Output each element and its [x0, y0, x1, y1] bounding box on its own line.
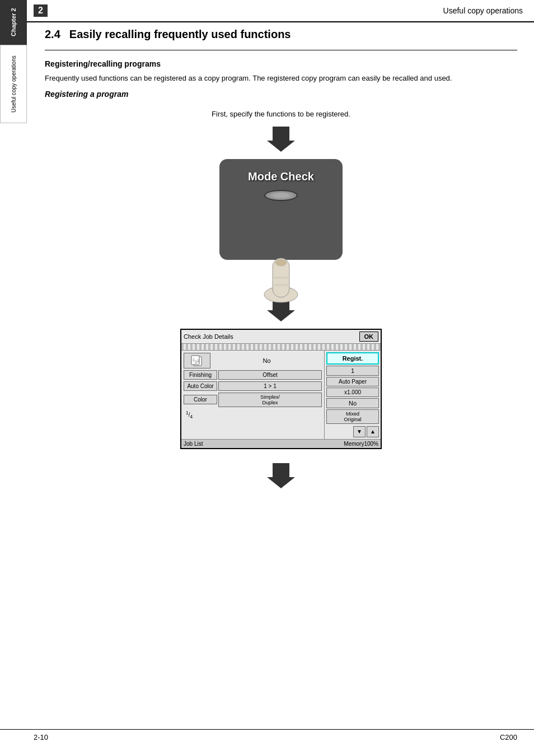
mode-check-label: Mode Check: [248, 170, 314, 183]
job-panel: Check Job Details OK: [180, 329, 382, 449]
subsection-title: Registering/recalling programs: [45, 59, 517, 68]
doc-icon-cell: 1 2 2: [184, 353, 210, 368]
auto-color-cell: Auto Color: [184, 381, 217, 391]
btn-no[interactable]: No: [326, 398, 379, 408]
section-header-title: Useful copy operations: [443, 6, 523, 15]
main-content: 2.4 Easily recalling frequently used fun…: [28, 22, 534, 512]
arrow-3: [45, 460, 517, 490]
page-footer: 2-10 C200: [0, 729, 534, 745]
simplex-cell: Simplex/Duplex: [218, 393, 322, 407]
chapter-number: 2: [34, 4, 48, 17]
job-panel-body: 1 2 2 No Finishing Offset: [181, 351, 381, 439]
btn-x1000[interactable]: x1.000: [326, 388, 379, 397]
btn-mixed-original[interactable]: MixedOriginal: [326, 409, 379, 424]
oval-indicator: [264, 190, 298, 201]
svg-marker-0: [267, 127, 295, 152]
job-panel-footer: Job List Memory100%: [181, 439, 381, 448]
job-row-5: 1/4: [184, 409, 322, 421]
body-text: Frequently used functions can be registe…: [45, 73, 517, 84]
color-cell: Color: [184, 395, 217, 404]
no-label: No: [212, 356, 322, 365]
svg-marker-12: [267, 463, 295, 488]
section-number: 2.4: [45, 28, 60, 41]
model-number: C200: [500, 733, 517, 741]
finishing-cell: Finishing: [184, 370, 217, 380]
svg-point-3: [275, 259, 287, 266]
finger-icon: [256, 236, 306, 305]
offset-cell: Offset: [218, 370, 322, 380]
job-row-2: Finishing Offset: [184, 370, 322, 380]
section-tab: Useful copy operations: [0, 45, 27, 123]
fraction-label: 1/4: [184, 409, 195, 421]
job-row-4: Color Simplex/Duplex: [184, 393, 322, 407]
section-title: Easily recalling frequently used functio…: [69, 28, 291, 41]
btn-1[interactable]: 1: [326, 366, 379, 376]
arrow-1: [45, 124, 517, 153]
ratio-cell: 1 > 1: [218, 381, 322, 391]
side-tabs: Chapter 2 Useful copy operations: [0, 0, 27, 756]
job-panel-container: Check Job Details OK: [45, 329, 517, 449]
memory-label: Memory100%: [344, 441, 378, 447]
btn-auto-paper[interactable]: Auto Paper: [326, 377, 379, 386]
hatch-row: [181, 344, 381, 351]
svg-text:2: 2: [197, 359, 199, 363]
job-panel-title: Check Job Details: [184, 333, 233, 340]
nav-arrows: ▼ ▲: [326, 426, 379, 437]
job-list-label: Job List: [184, 441, 203, 447]
job-row-3: Auto Color 1 > 1: [184, 381, 322, 391]
italic-heading: Registering a program: [45, 90, 517, 99]
top-bar: 2 Useful copy operations: [0, 0, 534, 22]
regist-button[interactable]: Regist.: [326, 352, 379, 365]
chapter-tab: Chapter 2: [0, 0, 27, 45]
job-panel-left: 1 2 2 No Finishing Offset: [181, 351, 325, 439]
job-panel-right: Regist. 1 Auto Paper x1.000 No MixedOrig…: [325, 351, 381, 439]
job-row-1: 1 2 2 No: [184, 353, 322, 368]
nav-up-btn[interactable]: ▲: [367, 426, 379, 437]
instruction-text: First, specify the functions to be regis…: [45, 110, 517, 118]
job-panel-header: Check Job Details OK: [181, 330, 381, 344]
section-heading: 2.4 Easily recalling frequently used fun…: [45, 28, 517, 50]
nav-down-btn[interactable]: ▼: [353, 426, 366, 437]
mode-check-illustration: Mode Check: [45, 159, 517, 288]
page-number: 2-10: [34, 733, 48, 741]
ok-button[interactable]: OK: [359, 332, 379, 342]
